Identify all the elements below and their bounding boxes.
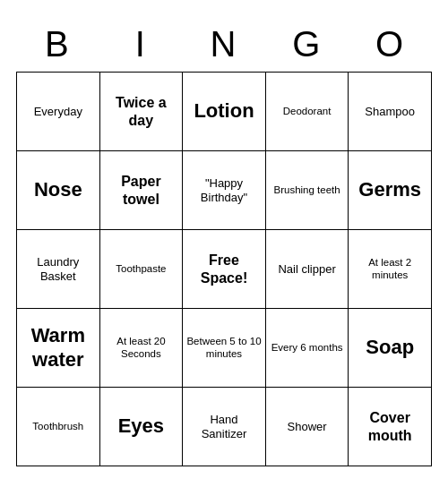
bingo-cell: Paper towel [100, 151, 184, 230]
bingo-cell: Toothpaste [100, 230, 184, 309]
bingo-cell: Everyday [17, 73, 100, 151]
cell-text: Shampoo [365, 105, 415, 119]
cell-text: Brushing teeth [274, 184, 340, 197]
bingo-cell: Twice a day [100, 73, 184, 151]
bingo-cell: Eyes [100, 388, 184, 466]
bingo-cell: Toothbrush [17, 388, 100, 466]
bingo-cell: Nail clipper [266, 230, 349, 309]
bingo-cell: Hand Sanitizer [183, 388, 266, 466]
cell-text: Laundry Basket [21, 255, 96, 283]
cell-text: Toothbrush [32, 421, 83, 433]
header-letter: B [16, 21, 99, 72]
bingo-cell: Deodorant [266, 73, 349, 151]
bingo-cell: Warm water [17, 309, 100, 388]
cell-text: Free Space! [186, 252, 262, 286]
header-letter: G [265, 21, 349, 72]
bingo-cell: Shower [266, 388, 349, 466]
header-letter: N [183, 21, 266, 72]
bingo-cell: Lotion [183, 73, 266, 151]
bingo-cell: Brushing teeth [266, 151, 349, 230]
cell-text: Nail clipper [278, 262, 335, 277]
cell-text: Paper towel [104, 173, 179, 207]
bingo-cell: Every 6 months [266, 309, 349, 388]
cell-text: Everyday [34, 105, 82, 119]
bingo-cell: Germs [349, 151, 432, 230]
bingo-cell: Nose [17, 151, 100, 230]
bingo-cell: Cover mouth [349, 388, 432, 466]
cell-text: Soap [366, 336, 414, 359]
bingo-cell: Between 5 to 10 minutes [183, 309, 266, 388]
bingo-header: BINGO [16, 21, 432, 72]
bingo-cell: At least 2 minutes [349, 230, 432, 309]
bingo-cell: Soap [349, 309, 432, 388]
bingo-cell: Shampoo [349, 73, 432, 151]
cell-text: Germs [358, 178, 421, 201]
cell-text: Every 6 months [271, 342, 343, 355]
cell-text: Between 5 to 10 minutes [186, 336, 262, 361]
cell-text: At least 20 Seconds [104, 336, 179, 361]
cell-text: Twice a day [104, 94, 179, 128]
cell-text: Cover mouth [352, 409, 427, 443]
bingo-grid: EverydayTwice a dayLotionDeodorantShampo… [16, 72, 432, 466]
bingo-card: BINGO EverydayTwice a dayLotionDeodorant… [9, 13, 439, 474]
cell-text: At least 2 minutes [352, 257, 427, 282]
cell-text: Deodorant [283, 106, 332, 118]
cell-text: "Happy Birthday" [186, 176, 262, 204]
header-letter: I [99, 21, 183, 72]
cell-text: Nose [34, 178, 82, 201]
cell-text: Lotion [194, 99, 254, 123]
cell-text: Shower [288, 420, 327, 434]
cell-text: Toothpaste [116, 263, 166, 276]
cell-text: Hand Sanitizer [186, 413, 262, 440]
bingo-cell: At least 20 Seconds [100, 309, 184, 388]
cell-text: Eyes [118, 414, 164, 438]
bingo-cell: "Happy Birthday" [183, 151, 266, 230]
cell-text: Warm water [21, 324, 96, 372]
bingo-cell: Free Space! [183, 230, 266, 309]
bingo-cell: Laundry Basket [17, 230, 100, 309]
header-letter: O [349, 21, 432, 72]
